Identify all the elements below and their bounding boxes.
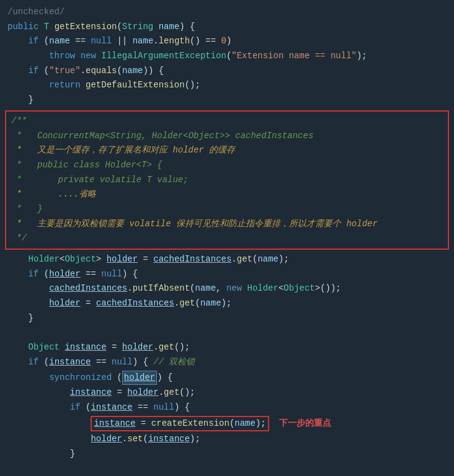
code-text: // 双检锁 <box>153 356 195 369</box>
code-text: new <box>226 282 247 296</box>
code-text: ( <box>226 50 231 63</box>
code-text: get <box>237 253 252 267</box>
code-text: Object <box>283 282 314 296</box>
code-line: instance = holder.get(); <box>0 386 454 400</box>
code-text: . <box>81 64 86 78</box>
code-text: instance <box>65 341 106 355</box>
code-line: Holder<Object> holder = cachedInstances.… <box>0 252 454 267</box>
code-text: Holder <box>29 253 60 267</box>
code-text: < <box>60 253 65 267</box>
comment-line: * 又是一个缓存，存了扩展名和对应 holder 的缓存 <box>11 143 443 158</box>
code-text <box>7 50 49 63</box>
throw-keyword: throw <box>49 50 80 63</box>
code-text: holder <box>122 341 153 355</box>
code-text: holder <box>49 268 80 281</box>
code-text: createExtension <box>151 418 229 428</box>
code-line: public T getExtension(String name) { <box>0 20 454 35</box>
code-text: || <box>112 35 133 48</box>
comment-line: * public class Holder<T> { <box>11 158 443 173</box>
code-text: ); <box>278 253 289 267</box>
holder-highlight: holder <box>122 371 157 386</box>
code-text: Object <box>29 341 65 355</box>
code-text <box>7 253 29 267</box>
comment-text: /** <box>11 115 27 128</box>
code-text <box>7 268 29 281</box>
code-text: (); <box>179 386 195 400</box>
code-text: name <box>159 20 180 34</box>
code-text: ) { <box>179 20 195 34</box>
code-text: ( <box>44 268 49 281</box>
comment-line: * ....省略 <box>11 187 443 202</box>
code-text: . <box>153 35 158 48</box>
code-line: Object instance = holder.get(); <box>0 340 454 355</box>
code-text: ( <box>44 64 49 78</box>
code-text: instance <box>148 433 190 446</box>
code-text: ) { <box>157 371 172 385</box>
code-line: } <box>0 93 454 108</box>
code-text <box>7 79 49 92</box>
code-text: ( <box>117 371 122 385</box>
code-line: } <box>0 447 454 462</box>
code-text: if <box>29 356 44 369</box>
code-text: instance <box>49 356 91 369</box>
code-text: )) { <box>143 64 164 78</box>
code-text: getDefaultExtension <box>86 79 185 92</box>
code-text: ); <box>190 433 200 446</box>
code-text: . <box>153 341 158 355</box>
code-text <box>7 356 29 369</box>
comment-line: /** <box>11 114 443 129</box>
code-text: cachedInstances <box>96 297 174 311</box>
code-text: ); <box>221 297 232 311</box>
code-text <box>7 401 70 415</box>
code-text: 0 <box>221 35 226 48</box>
code-text: = <box>107 341 122 355</box>
code-text: Object <box>65 253 96 267</box>
code-text: instance <box>91 401 132 415</box>
code-text: ( <box>117 20 122 34</box>
code-text: getExtension <box>55 20 117 34</box>
comment-text: * 主要是因为双检锁需要 volatile 保持可见性和防止指令重排，所以才需要… <box>11 218 378 231</box>
code-line: if (holder == null) { <box>0 267 454 282</box>
code-text: > <box>96 253 107 267</box>
comment-line: */ <box>11 231 443 246</box>
code-text: ) { <box>133 356 154 369</box>
code-text: get <box>164 386 179 400</box>
code-text <box>7 341 29 355</box>
code-text: ); <box>256 418 266 428</box>
code-text: == <box>91 356 112 369</box>
code-text: ( <box>86 401 91 415</box>
code-text: null <box>91 35 112 48</box>
code-text <box>7 386 70 400</box>
code-text: if <box>70 401 86 415</box>
code-text: holder <box>49 297 80 311</box>
code-text <box>7 282 49 296</box>
comment-text: * ConcurrentMap<String, Holder<Object>> … <box>11 130 313 143</box>
code-line <box>0 462 454 476</box>
code-text: ) <box>226 35 231 48</box>
code-line: cachedInstances.putIfAbsent(name, new Ho… <box>0 281 454 296</box>
code-text: return <box>49 79 86 92</box>
annotation-text: 下一步的重点 <box>279 416 331 430</box>
code-text: ) { <box>174 401 190 415</box>
code-text: ( <box>252 253 257 267</box>
code-text: cachedInstances <box>153 253 231 267</box>
code-text: ( <box>44 35 49 48</box>
code-text: == <box>81 268 102 281</box>
code-text: == <box>70 35 91 48</box>
comment-line: * ConcurrentMap<String, Holder<Object>> … <box>11 129 443 144</box>
code-text: name <box>133 35 154 48</box>
comment-line: * } <box>11 202 443 217</box>
code-line: } <box>0 311 454 326</box>
code-text: name <box>122 64 143 78</box>
comment-line: * private volatile T value; <box>11 173 443 188</box>
code-line: throw new IllegalArgumentException("Exte… <box>0 49 454 64</box>
code-text: name <box>234 418 256 428</box>
code-text: = <box>81 297 96 311</box>
code-text: new <box>81 50 102 63</box>
code-text: "true" <box>49 64 80 78</box>
code-text: length <box>159 35 190 48</box>
code-text: cachedInstances <box>49 282 127 296</box>
code-text: (); <box>185 79 200 92</box>
code-text: Holder <box>247 282 278 296</box>
code-line: if (instance == null) { <box>0 400 454 415</box>
